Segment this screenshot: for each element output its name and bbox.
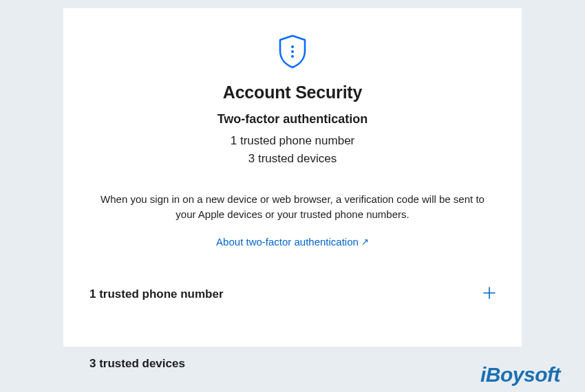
about-link-row: About two-factor authentication ↗ bbox=[89, 236, 496, 248]
page-title: Account Security bbox=[89, 83, 496, 102]
svg-point-1 bbox=[291, 50, 294, 53]
trusted-devices-section: 3 trusted devices bbox=[89, 346, 496, 382]
trusted-devices-label: 3 trusted devices bbox=[89, 357, 185, 371]
link-label: About two-factor authentication bbox=[216, 236, 359, 248]
trusted-devices-summary: 3 trusted devices bbox=[89, 150, 496, 168]
watermark-logo: iBoysoft bbox=[480, 363, 560, 386]
section-spacer bbox=[89, 313, 496, 346]
external-link-icon: ↗ bbox=[361, 237, 369, 247]
trusted-phone-label: 1 trusted phone number bbox=[89, 287, 224, 301]
trusted-phone-section: 1 trusted phone number bbox=[89, 276, 496, 313]
svg-point-0 bbox=[291, 45, 294, 48]
shield-icon bbox=[89, 34, 496, 69]
svg-point-2 bbox=[291, 55, 294, 58]
add-phone-button[interactable] bbox=[483, 287, 496, 302]
two-factor-subtitle: Two-factor authentication bbox=[89, 112, 496, 127]
trusted-phone-summary: 1 trusted phone number bbox=[89, 132, 496, 150]
plus-icon bbox=[483, 287, 496, 299]
header-block: Account Security Two-factor authenticati… bbox=[89, 34, 496, 167]
two-factor-description: When you sign in on a new device or web … bbox=[93, 192, 492, 222]
about-two-factor-link[interactable]: About two-factor authentication ↗ bbox=[216, 236, 369, 248]
account-security-card: Account Security Two-factor authenticati… bbox=[63, 8, 522, 347]
